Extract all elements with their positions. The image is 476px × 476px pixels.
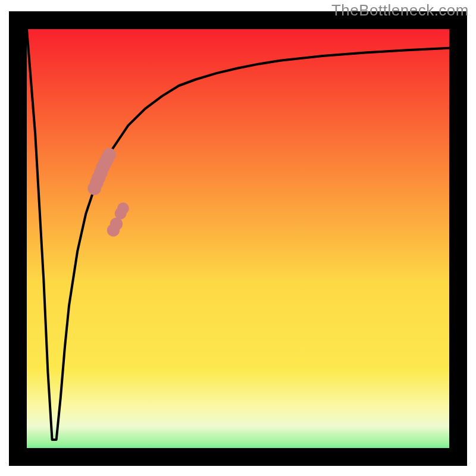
highlight-marker [110,218,123,230]
highlight-marker [117,202,129,214]
highlight-marker [102,148,116,162]
plot-background [18,20,458,457]
attribution-text: TheBottleneck.com [331,1,469,20]
chart-root: { "attribution": "TheBottleneck.com", "c… [0,0,476,476]
bottleneck-chart [0,0,476,476]
